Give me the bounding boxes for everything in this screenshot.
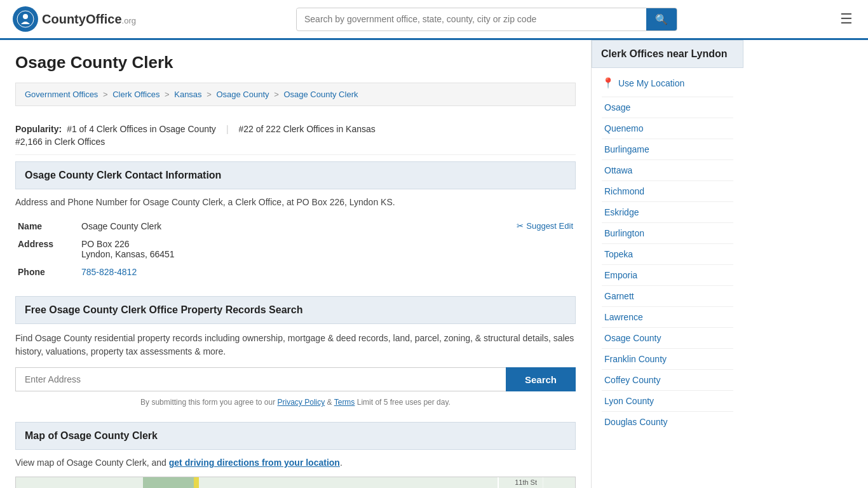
list-item: Osage xyxy=(602,97,733,118)
breadcrumb-osage-county[interactable]: Osage County xyxy=(216,90,269,99)
list-item: Emporia xyxy=(602,264,733,285)
sidebar-link-lyon-county[interactable]: Lyon County xyxy=(602,391,733,411)
popularity-rank2: #22 of 222 Clerk Offices in Kansas xyxy=(239,124,376,134)
breadcrumb-kansas[interactable]: Kansas xyxy=(174,90,201,99)
list-item: Ottawa xyxy=(602,159,733,180)
list-item: Lyon County xyxy=(602,390,733,411)
name-label: Name xyxy=(15,217,79,235)
list-item: Coffey County xyxy=(602,369,733,390)
list-item: Eskridge xyxy=(602,201,733,222)
list-item: Lawrence xyxy=(602,306,733,327)
logo: CountyOffice.org xyxy=(13,6,136,32)
list-item: Burlington xyxy=(602,222,733,243)
property-description: Find Osage County residential property r… xyxy=(15,332,576,358)
breadcrumb-current[interactable]: Osage County Clerk xyxy=(283,90,358,99)
search-button[interactable]: 🔍 xyxy=(646,8,677,30)
list-item: Osage County xyxy=(602,327,733,348)
privacy-policy-link[interactable]: Privacy Policy xyxy=(278,398,325,407)
sidebar-link-franklin-county[interactable]: Franklin County xyxy=(602,349,733,369)
suggest-edit-link[interactable]: ✂ Suggest Edit xyxy=(517,221,573,231)
list-item: Topeka xyxy=(602,243,733,264)
sidebar-link-osage[interactable]: Osage xyxy=(602,97,733,118)
sidebar-link-coffey-county[interactable]: Coffey County xyxy=(602,370,733,390)
popularity-label: Popularity: xyxy=(15,124,62,134)
map-description: View map of Osage County Clerk, and get … xyxy=(15,458,576,468)
address-input[interactable] xyxy=(15,367,506,391)
map-preview: Lyndon 11th St Osage County Clerk xyxy=(15,477,576,488)
menu-icon: ☰ xyxy=(840,11,853,27)
popularity-rank3: #2,166 in Clerk Offices xyxy=(15,137,105,147)
sidebar-title: Clerk Offices near Lyndon xyxy=(592,40,743,68)
list-item: Burlingame xyxy=(602,139,733,159)
property-section: Free Osage County Clerk Office Property … xyxy=(15,296,576,407)
table-row: Address PO Box 226 Lyndon, Kansas, 66451 xyxy=(15,235,576,263)
sidebar-link-burlingame[interactable]: Burlingame xyxy=(602,139,733,159)
map-section-header: Map of Osage County Clerk xyxy=(15,422,576,450)
sidebar-link-ottawa[interactable]: Ottawa xyxy=(602,160,733,180)
phone-value: 785-828-4812 xyxy=(79,263,576,281)
hamburger-menu[interactable]: ☰ xyxy=(837,8,855,30)
pin-icon: 📍 xyxy=(602,77,614,89)
contact-table: Name Osage County Clerk ✂ Suggest Edit A… xyxy=(15,217,576,281)
table-row: Name Osage County Clerk ✂ Suggest Edit xyxy=(15,217,576,235)
terms-text: By submitting this form you agree to our… xyxy=(15,398,576,407)
phone-link[interactable]: 785-828-4812 xyxy=(81,267,137,277)
address-search-row: Search xyxy=(15,367,576,391)
contact-description: Address and Phone Number for Osage Count… xyxy=(15,197,576,207)
map-section: Map of Osage County Clerk View map of Os… xyxy=(15,422,576,488)
sidebar-link-burlington[interactable]: Burlington xyxy=(602,223,733,243)
list-item: Franklin County xyxy=(602,348,733,369)
sidebar-link-topeka[interactable]: Topeka xyxy=(602,244,733,264)
breadcrumb-clerk-offices[interactable]: Clerk Offices xyxy=(112,90,159,99)
main-content: Osage County Clerk Government Offices > … xyxy=(0,40,591,488)
logo-icon xyxy=(13,6,38,32)
search-input[interactable] xyxy=(297,9,646,29)
svg-point-1 xyxy=(23,14,28,19)
sidebar-link-quenemo[interactable]: Quenemo xyxy=(602,118,733,139)
sidebar-link-richmond[interactable]: Richmond xyxy=(602,181,733,201)
directions-link[interactable]: get driving directions from your locatio… xyxy=(169,458,340,468)
list-item: Quenemo xyxy=(602,118,733,139)
property-section-header: Free Osage County Clerk Office Property … xyxy=(15,296,576,324)
contact-section: Osage County Clerk Contact Information A… xyxy=(15,161,576,281)
site-header: CountyOffice.org 🔍 ☰ xyxy=(0,0,868,40)
property-search-button[interactable]: Search xyxy=(506,367,576,391)
sidebar: Clerk Offices near Lyndon 📍 Use My Locat… xyxy=(591,40,743,488)
map-street-label: 11th St xyxy=(515,478,537,486)
sidebar-link-douglas-county[interactable]: Douglas County xyxy=(602,412,733,432)
list-item: Garnett xyxy=(602,285,733,306)
breadcrumb-gov-offices[interactable]: Government Offices xyxy=(25,90,98,99)
list-item: Douglas County xyxy=(602,411,733,432)
use-location-link[interactable]: Use My Location xyxy=(618,78,684,88)
sidebar-link-osage-county[interactable]: Osage County xyxy=(602,328,733,348)
sidebar-links-list: Osage Quenemo Burlingame Ottawa Richmond… xyxy=(602,97,733,432)
search-icon: 🔍 xyxy=(655,14,668,25)
address-value: PO Box 226 Lyndon, Kansas, 66451 xyxy=(79,235,576,263)
sidebar-link-emporia[interactable]: Emporia xyxy=(602,265,733,285)
list-item: Richmond xyxy=(602,180,733,201)
contact-section-header: Osage County Clerk Contact Information xyxy=(15,161,576,189)
edit-icon: ✂ xyxy=(517,221,524,231)
map-grid xyxy=(543,477,543,488)
page-title: Osage County Clerk xyxy=(15,53,576,72)
popularity-rank1: #1 of 4 Clerk Offices in Osage County xyxy=(67,124,216,134)
map-green-area xyxy=(143,477,194,488)
sidebar-link-garnett[interactable]: Garnett xyxy=(602,286,733,306)
sidebar-link-eskridge[interactable]: Eskridge xyxy=(602,202,733,222)
sidebar-link-lawrence[interactable]: Lawrence xyxy=(602,307,733,327)
use-my-location: 📍 Use My Location xyxy=(602,77,733,89)
search-bar: 🔍 xyxy=(296,8,677,31)
map-road-vertical xyxy=(498,477,499,488)
terms-link[interactable]: Terms xyxy=(334,398,355,407)
logo-text: CountyOffice.org xyxy=(42,12,136,27)
address-label: Address xyxy=(15,235,79,263)
name-value: Osage County Clerk ✂ Suggest Edit xyxy=(79,217,576,235)
popularity-bar: Popularity: #1 of 4 Clerk Offices in Osa… xyxy=(15,116,576,155)
phone-label: Phone xyxy=(15,263,79,281)
breadcrumb: Government Offices > Clerk Offices > Kan… xyxy=(15,83,576,106)
table-row: Phone 785-828-4812 xyxy=(15,263,576,281)
map-yellow-road xyxy=(194,477,199,488)
